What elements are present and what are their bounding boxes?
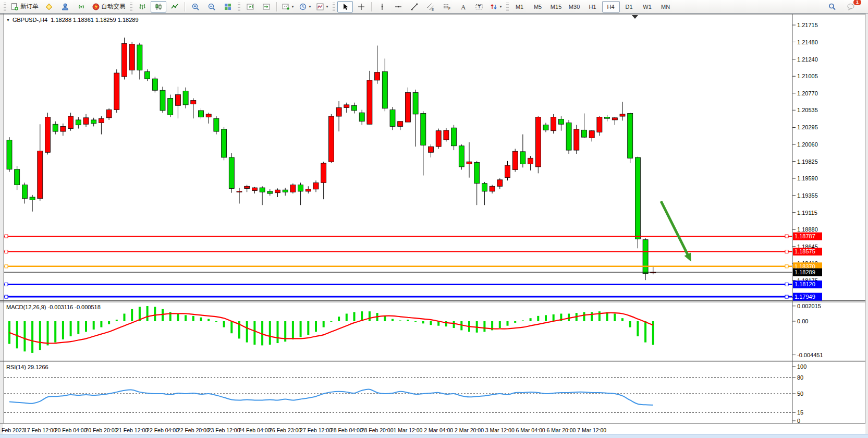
toolbar-grip bbox=[130, 3, 132, 11]
chart-shift-button[interactable] bbox=[259, 1, 274, 13]
candle bbox=[45, 117, 51, 152]
label-icon: T bbox=[475, 3, 483, 11]
vline-icon bbox=[378, 3, 386, 11]
svg-text:100: 100 bbox=[797, 363, 806, 370]
shapes-button[interactable]: ▾ bbox=[487, 1, 504, 13]
timeframe-d1-button[interactable]: D1 bbox=[620, 1, 638, 13]
crosshair-button[interactable] bbox=[353, 1, 369, 13]
svg-text:1.18880: 1.18880 bbox=[797, 226, 818, 233]
candle bbox=[566, 123, 571, 150]
charts-button[interactable] bbox=[41, 1, 57, 13]
macd-bar bbox=[399, 321, 401, 321]
macd-bar bbox=[323, 321, 325, 327]
macd-bar bbox=[483, 321, 485, 332]
svg-text:23 Feb 12:00: 23 Feb 12:00 bbox=[208, 427, 240, 433]
candle-chart-button[interactable] bbox=[151, 1, 166, 13]
macd-bar bbox=[530, 318, 532, 321]
macd-bar bbox=[93, 321, 95, 330]
bar-chart-button[interactable] bbox=[135, 1, 150, 13]
macd-bar bbox=[338, 317, 340, 321]
text-button[interactable]: A bbox=[455, 1, 471, 13]
line-chart-button[interactable] bbox=[167, 1, 182, 13]
macd-bar bbox=[522, 321, 524, 321]
macd-bar bbox=[637, 321, 639, 336]
tile-windows-button[interactable] bbox=[220, 1, 236, 13]
dropdown-caret-icon: ▾ bbox=[292, 4, 294, 9]
profile-button[interactable] bbox=[57, 1, 73, 13]
channel-button[interactable]: E bbox=[423, 1, 438, 13]
candle bbox=[313, 182, 319, 189]
timeframe-h4-button[interactable]: H4 bbox=[602, 1, 620, 13]
vline-button[interactable] bbox=[374, 1, 390, 13]
svg-text:2 Mar 04:00: 2 Mar 04:00 bbox=[424, 427, 453, 433]
fibonacci-button[interactable]: F bbox=[439, 1, 455, 13]
candle bbox=[390, 110, 395, 127]
timeframe-m1-button[interactable]: M1 bbox=[511, 1, 529, 13]
timeframe-h1-button[interactable]: H1 bbox=[584, 1, 602, 13]
periods-icon bbox=[299, 3, 307, 11]
hline-button[interactable] bbox=[390, 1, 406, 13]
hline-handle bbox=[785, 265, 788, 268]
macd-bar bbox=[315, 321, 317, 332]
macd-bar bbox=[621, 318, 624, 321]
candle bbox=[237, 191, 242, 192]
timeframe-m15-button[interactable]: M15 bbox=[547, 1, 565, 13]
macd-bar bbox=[207, 319, 210, 321]
candle bbox=[451, 128, 457, 146]
time-axis[interactable]: 16 Feb 202317 Feb 12:0020 Feb 04:0020 Fe… bbox=[0, 427, 606, 433]
macd-bar bbox=[392, 319, 394, 321]
bar-chart-icon bbox=[138, 3, 146, 11]
zoom-out-icon bbox=[207, 3, 216, 11]
macd-bar bbox=[277, 321, 279, 343]
macd-bar bbox=[62, 321, 64, 339]
svg-text:28 Feb 04:00: 28 Feb 04:00 bbox=[331, 427, 363, 433]
chart-canvas[interactable]: 1.217151.214801.212401.210051.207701.205… bbox=[0, 14, 868, 434]
new-order-button[interactable]: 新订单 bbox=[8, 1, 41, 13]
macd-bar bbox=[54, 321, 56, 343]
trendline-button[interactable] bbox=[407, 1, 422, 13]
candle bbox=[352, 105, 357, 111]
timeframe-m30-button[interactable]: M30 bbox=[566, 1, 583, 13]
macd-bar bbox=[514, 321, 516, 323]
mt4-window: 新订单自动交易▾▾▾EFAT▾M1M5M15M30H1H4D1W1MN1 1.2… bbox=[0, 0, 868, 438]
candle-chart-icon bbox=[154, 3, 163, 11]
new-chart-button[interactable]: ▾ bbox=[279, 1, 296, 13]
candle bbox=[76, 120, 81, 125]
svg-text:26 Feb 23:00: 26 Feb 23:00 bbox=[269, 427, 301, 433]
zoom-in-button[interactable] bbox=[188, 1, 203, 13]
svg-text:1.18289: 1.18289 bbox=[794, 269, 815, 275]
fibonacci-icon: F bbox=[443, 3, 451, 11]
macd-bar bbox=[598, 311, 601, 321]
horizontal-scrollbar[interactable] bbox=[0, 434, 868, 438]
timeframe-mn-button[interactable]: MN bbox=[657, 1, 675, 13]
auto-scroll-button[interactable] bbox=[242, 1, 258, 13]
svg-text:24 Feb 04:00: 24 Feb 04:00 bbox=[238, 427, 271, 433]
search-button[interactable] bbox=[824, 1, 840, 13]
toolbar-grip bbox=[238, 3, 240, 11]
svg-text:3 Mar 12:00: 3 Mar 12:00 bbox=[485, 427, 515, 433]
zoom-out-button[interactable] bbox=[204, 1, 219, 13]
candle bbox=[145, 71, 150, 79]
cursor-button[interactable] bbox=[337, 1, 353, 13]
label-button[interactable]: T bbox=[471, 1, 487, 13]
candle bbox=[267, 191, 273, 193]
candle bbox=[605, 117, 610, 118]
signals-button[interactable] bbox=[74, 1, 89, 13]
candle bbox=[283, 190, 288, 192]
candle bbox=[298, 185, 303, 191]
macd-bar bbox=[384, 316, 386, 321]
candle bbox=[528, 158, 533, 164]
svg-text:0.00: 0.00 bbox=[797, 318, 808, 324]
text-icon: A bbox=[459, 3, 467, 11]
notifications-button[interactable]: 1 bbox=[843, 1, 859, 13]
timeframe-w1-button[interactable]: W1 bbox=[639, 1, 656, 13]
macd-bar bbox=[223, 321, 225, 327]
autotrading-button[interactable]: 自动交易 bbox=[90, 1, 128, 13]
svg-text:7 Mar 12:00: 7 Mar 12:00 bbox=[577, 427, 606, 433]
macd-bar bbox=[185, 315, 187, 321]
timeframe-m5-button[interactable]: M5 bbox=[529, 1, 547, 13]
indicators-button[interactable]: ▾ bbox=[314, 1, 331, 13]
notification-badge: 1 bbox=[853, 0, 861, 5]
periodicity-button[interactable]: ▾ bbox=[297, 1, 313, 13]
macd-bar bbox=[146, 306, 149, 321]
